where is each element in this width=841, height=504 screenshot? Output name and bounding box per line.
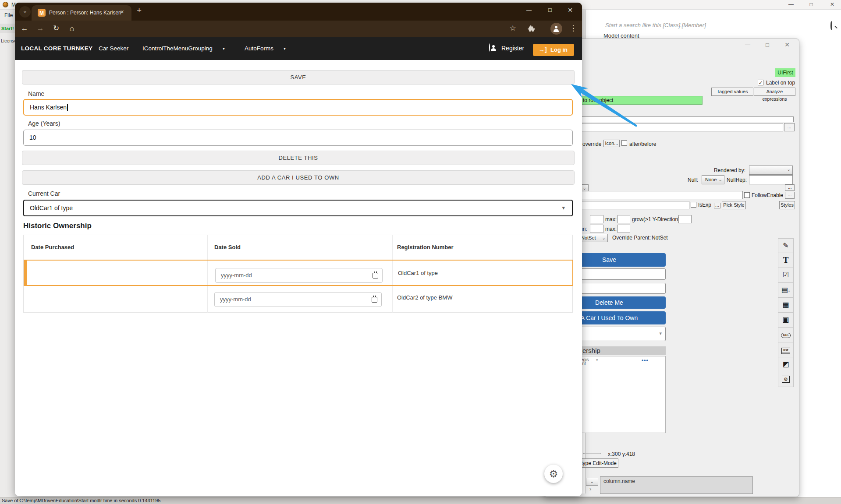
isexp-checkbox[interactable] — [691, 202, 696, 208]
label-on-top-checkbox[interactable]: ✓ — [758, 80, 763, 85]
follow-enable-checkbox[interactable] — [744, 192, 750, 198]
col-header-date-sold: Date Sold — [214, 244, 241, 250]
null-select-value: None — [705, 177, 717, 182]
calendar-icon[interactable] — [373, 273, 378, 278]
panel-close-icon[interactable]: ✕ — [781, 41, 794, 48]
register-person-icon — [489, 43, 490, 52]
ellipsis-button-b[interactable]: ... — [785, 192, 795, 199]
start-tab[interactable]: Start! — [1, 26, 14, 31]
model-search-input[interactable]: Start a search like this [Class].[Member… — [599, 19, 838, 32]
os-minimize-icon[interactable]: — — [784, 1, 798, 7]
back-icon[interactable]: ← — [19, 23, 30, 34]
current-car-select[interactable]: OldCar1 of type ▾ — [23, 200, 573, 216]
date-sold-input[interactable]: yyyy-mm-dd — [214, 292, 382, 307]
checkbox-control-icon[interactable]: ☑ — [778, 268, 794, 283]
ellipsis-button-c[interactable]: … — [714, 203, 720, 208]
tagged-values-button[interactable]: Tagged values — [711, 88, 753, 96]
pick-style-button[interactable]: Pick Style — [722, 201, 746, 209]
col-header-registration: Registration Number — [397, 244, 454, 250]
login-button[interactable]: →] Log in — [533, 44, 574, 56]
analyze-expressions-button[interactable]: Analyze expressions — [754, 88, 795, 96]
browser-menu-icon[interactable]: ⋮ — [568, 23, 578, 34]
text-control-icon[interactable]: T — [778, 253, 794, 268]
override-parent-label: Override Parent: — [612, 235, 651, 241]
window-control-icon[interactable]: ⚙ — [778, 372, 794, 387]
brand[interactable]: LOCAL CORE TURNKEY — [21, 37, 92, 60]
search-icon[interactable] — [830, 21, 832, 30]
delete-button[interactable]: DELETE THIS — [22, 151, 575, 165]
calendar-icon[interactable] — [372, 297, 377, 303]
nav-item-car-seeker[interactable]: Car Seeker — [99, 37, 128, 60]
min-width-input[interactable] — [590, 215, 603, 223]
current-car-label: Current Car — [28, 190, 60, 197]
add-car-button[interactable]: ADD A CAR I USED TO OWN — [22, 170, 575, 185]
button-control-icon[interactable]: btn — [778, 328, 794, 342]
tab-title: Person : Person: Hans Karlsen — [49, 10, 121, 16]
register-link[interactable]: Register — [501, 37, 524, 60]
license-label[interactable]: License — [1, 38, 17, 43]
age-label: Age (Years) — [28, 120, 60, 127]
bookmark-star-icon[interactable]: ☆ — [507, 23, 518, 34]
calendar-control-icon[interactable]: ▦ — [778, 298, 794, 313]
home-icon[interactable]: ⌂ — [67, 23, 77, 34]
table-title: Historic Ownership — [23, 222, 92, 230]
chevron-down-icon: ⌄ — [787, 167, 791, 172]
browser-minimize-icon[interactable]: — — [522, 7, 536, 13]
panel-maximize-icon[interactable]: □ — [761, 42, 774, 48]
grow-input[interactable] — [678, 215, 692, 223]
browser-tab[interactable]: M Person : Person: Hans Karlsen ✕ — [32, 5, 131, 21]
os-maximize-icon[interactable]: □ — [805, 1, 818, 7]
expression-ellipsis-button[interactable]: ... — [784, 123, 795, 131]
min-height-input[interactable] — [590, 225, 603, 233]
nav-item-icontrol[interactable]: IControlTheMenuGrouping — [142, 37, 213, 60]
profile-avatar[interactable] — [550, 23, 562, 35]
save-button[interactable]: SAVE — [22, 70, 575, 85]
settings-fab[interactable]: ⚙ — [544, 465, 563, 483]
avatar-person-icon — [552, 24, 561, 33]
after-before-checkbox[interactable] — [621, 140, 627, 146]
combobox-control-icon[interactable]: ▤↓ — [778, 283, 794, 298]
grid-footer-combo[interactable]: ⌄ — [586, 478, 598, 486]
image-control-icon[interactable]: ▣ — [778, 313, 794, 328]
grid-menu-dots[interactable]: ••• — [642, 357, 649, 363]
nav-item-autoforms[interactable]: AutoForms — [245, 37, 273, 60]
table-row[interactable]: yyyy-mm-dd OldCar2 of type BMW — [24, 286, 573, 312]
site-navbar: LOCAL CORE TURNKEY Car Seeker IControlTh… — [15, 37, 582, 60]
listbox-control-icon[interactable]: list — [778, 342, 794, 357]
date-sold-input[interactable]: yyyy-mm-dd — [215, 268, 383, 283]
max-height-input[interactable] — [617, 225, 630, 233]
rendered-by-select[interactable]: ⌄ — [749, 166, 793, 175]
browser-maximize-icon[interactable]: □ — [543, 7, 557, 13]
row-selection-bar — [25, 261, 27, 285]
panel-minimize-icon[interactable]: — — [741, 42, 754, 48]
grid-expand-button[interactable]: › — [589, 486, 591, 492]
browser-close-icon[interactable]: ✕ — [564, 7, 577, 14]
nullrep-input[interactable] — [749, 175, 793, 184]
reload-icon[interactable]: ↻ — [51, 23, 61, 34]
new-tab-button[interactable]: + — [137, 6, 142, 15]
age-input[interactable]: 10 — [23, 130, 573, 146]
chevron-down-icon: ⌄ — [583, 186, 586, 190]
name-input[interactable]: Hans Karlsen — [23, 99, 573, 116]
os-close-icon[interactable]: ✕ — [826, 1, 839, 7]
ellipsis-button-a[interactable]: ... — [785, 184, 795, 191]
edit-control-icon[interactable]: ✎ — [778, 238, 794, 253]
tab-search-chevron[interactable]: ⌄ — [19, 6, 31, 18]
browser-toolbar: ← → ↻ ⌂ i localhost:8182/App#/Person/4!0… — [15, 21, 582, 37]
null-select[interactable]: None ⌄ — [702, 175, 724, 184]
menu-file[interactable]: File — [4, 12, 13, 18]
pointer-coords: x:300 y:418 — [608, 451, 635, 457]
notset-select[interactable]: NotSet ⌄ — [578, 234, 608, 242]
tab-close-icon[interactable]: ✕ — [120, 9, 124, 15]
icon-button[interactable]: Icon... — [603, 140, 620, 147]
root-object-label: to root object — [583, 97, 613, 103]
current-car-value: OldCar1 of type — [30, 204, 73, 211]
forward-icon[interactable]: → — [35, 23, 46, 34]
max-width-input[interactable] — [617, 215, 630, 223]
object-control-icon[interactable]: ◩ — [778, 357, 794, 372]
styles-button[interactable]: Styles — [779, 201, 795, 209]
extensions-puzzle-icon[interactable] — [528, 25, 535, 34]
registration-cell: OldCar2 of type BMW — [397, 294, 452, 301]
table-row[interactable]: yyyy-mm-dd OldCar1 of type — [24, 260, 573, 286]
max-height-label: max: — [605, 226, 617, 232]
